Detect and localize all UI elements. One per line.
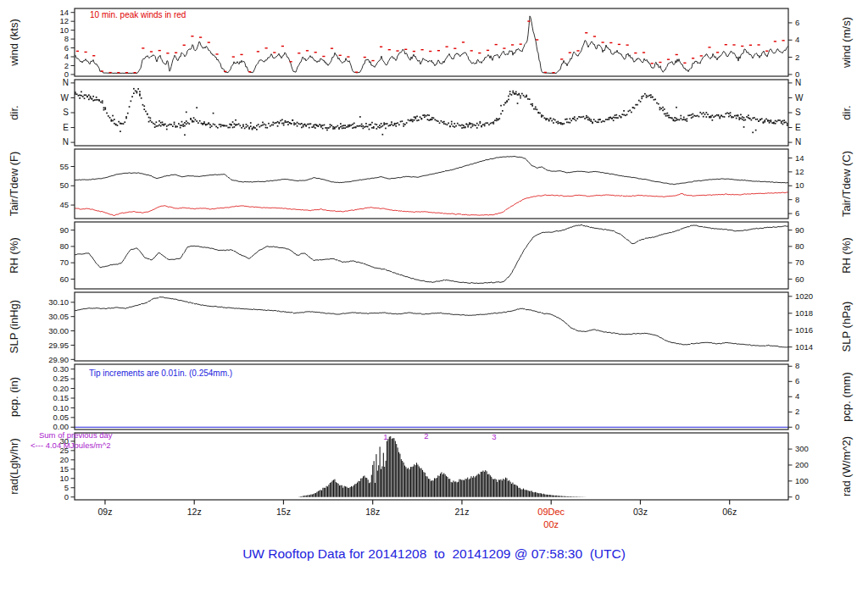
series-wind-direction-dot bbox=[422, 114, 424, 116]
x-tick-label: 03z bbox=[633, 507, 648, 517]
series-wind-direction-dot bbox=[283, 123, 285, 125]
series-wind-direction-dot bbox=[334, 127, 336, 129]
series-solar-radiation-bar bbox=[402, 461, 403, 497]
series-solar-radiation-bar bbox=[360, 479, 361, 497]
series-wind-direction-dot bbox=[242, 125, 244, 127]
series-solar-radiation-bar bbox=[576, 496, 576, 497]
series-solar-radiation-bar bbox=[497, 482, 498, 497]
series-solar-radiation-bar bbox=[342, 488, 343, 497]
series-wind-direction-dot bbox=[103, 109, 105, 111]
series-wind-direction-dot bbox=[135, 90, 136, 91]
series-peak-wind-mark bbox=[208, 42, 210, 42]
series-solar-radiation-bar bbox=[396, 444, 397, 497]
series-wind-direction-dot bbox=[566, 119, 568, 120]
series-wind-direction-dot bbox=[151, 121, 153, 123]
series-solar-radiation-bar bbox=[518, 488, 519, 497]
series-wind-direction-dot bbox=[92, 98, 93, 100]
series-solar-radiation-bar bbox=[488, 474, 489, 496]
series-wind-direction-dot bbox=[736, 118, 737, 119]
series-wind-direction-dot bbox=[640, 101, 642, 103]
series-peak-wind-mark bbox=[331, 47, 333, 48]
series-wind-direction-dot bbox=[190, 118, 192, 119]
series-wind-direction-dot bbox=[353, 123, 355, 125]
series-wind-direction-dot bbox=[724, 116, 726, 118]
series-peak-wind-mark bbox=[634, 53, 637, 53]
series-wind-direction-dot bbox=[531, 103, 533, 105]
series-wind-direction-dot bbox=[439, 122, 441, 124]
x-tick-label: 18z bbox=[365, 507, 380, 517]
series-solar-radiation-bar bbox=[340, 485, 341, 497]
series-wind-direction-dot bbox=[316, 125, 318, 126]
left-tick-label-slp: 30.10 bbox=[48, 297, 69, 307]
series-wind-direction-dot bbox=[136, 91, 138, 92]
series-wind-direction-dot bbox=[460, 125, 462, 127]
right-tick-label-rh: 80 bbox=[795, 241, 804, 251]
series-peak-wind-mark bbox=[166, 53, 169, 53]
series-wind-direction-dot bbox=[526, 95, 527, 97]
series-wind-direction-dot bbox=[291, 123, 292, 125]
series-wind-direction-dot bbox=[509, 91, 511, 92]
series-wind-direction-dot bbox=[757, 119, 759, 120]
series-wind-direction-dot bbox=[539, 113, 541, 114]
series-wind-direction-dot bbox=[397, 122, 398, 124]
series-wind-direction-dot bbox=[246, 124, 248, 125]
series-solar-radiation-bar bbox=[320, 490, 321, 496]
series-wind-direction-dot bbox=[674, 120, 676, 122]
series-wind-direction-dot bbox=[664, 114, 665, 115]
series-wind-direction-dot bbox=[431, 117, 433, 119]
series-wind-direction-dot bbox=[310, 123, 312, 125]
series-wind-direction-dot bbox=[350, 125, 352, 126]
series-peak-wind-mark bbox=[101, 70, 103, 71]
series-wind-direction-dot bbox=[598, 119, 599, 121]
series-wind-direction-dot bbox=[730, 112, 732, 114]
series-wind-direction-dot bbox=[404, 124, 406, 125]
series-wind-direction-dot bbox=[525, 97, 526, 98]
series-solar-radiation-bar bbox=[425, 473, 426, 497]
series-wind-direction-dot bbox=[734, 115, 736, 117]
right-tick-label-pcp: 8 bbox=[795, 361, 799, 370]
series-peak-wind-mark bbox=[576, 50, 579, 51]
series-wind-direction-dot bbox=[203, 123, 205, 125]
series-wind-direction-dot bbox=[355, 127, 357, 129]
series-wind-direction-dot bbox=[181, 121, 183, 123]
series-wind-direction-dot bbox=[712, 114, 714, 116]
series-wind-direction-dot bbox=[683, 119, 685, 120]
annotation-rad: <--- 4.04 MJoules/m^2 bbox=[31, 441, 110, 450]
series-solar-radiation-bar bbox=[559, 496, 560, 496]
right-tick-label-dir: E bbox=[795, 123, 801, 132]
series-wind-direction-dot bbox=[457, 123, 459, 125]
series-wind-direction-dot bbox=[775, 123, 776, 125]
series-solar-radiation-bar bbox=[502, 480, 503, 496]
series-wind-direction-dot bbox=[677, 119, 679, 120]
series-wind-direction-dot bbox=[476, 123, 478, 125]
series-wind-direction-dot bbox=[112, 120, 114, 122]
right-tick-label-wind: 6 bbox=[795, 18, 799, 27]
series-wind-direction-dot bbox=[463, 125, 465, 126]
series-wind-direction-dot bbox=[650, 94, 652, 96]
series-wind-direction-dot bbox=[737, 114, 739, 116]
series-wind-direction-dot bbox=[574, 116, 576, 118]
series-wind-direction-dot bbox=[488, 124, 490, 125]
series-wind-direction-dot bbox=[253, 126, 255, 128]
series-wind-direction-dot bbox=[478, 125, 480, 126]
series-wind-direction-dot bbox=[100, 102, 102, 103]
series-wind-direction-dot bbox=[285, 121, 287, 123]
series-wind-direction-dot bbox=[246, 126, 248, 128]
series-solar-radiation-bar bbox=[325, 488, 326, 497]
series-peak-wind-mark bbox=[643, 52, 645, 53]
series-wind-direction-dot bbox=[613, 119, 615, 121]
series-wind-direction-dot bbox=[343, 125, 345, 126]
series-wind-direction-dot bbox=[370, 125, 371, 126]
series-solar-radiation-bar bbox=[336, 482, 337, 497]
series-wind-direction-dot bbox=[182, 125, 184, 127]
series-wind-direction-dot bbox=[142, 104, 144, 106]
series-wind-direction-dot bbox=[195, 119, 197, 121]
series-solar-radiation-bar bbox=[352, 487, 353, 497]
series-wind-direction-dot bbox=[480, 122, 481, 124]
series-wind-direction-dot bbox=[303, 126, 304, 128]
series-wind-direction-dot bbox=[455, 125, 457, 127]
series-solar-radiation-bar bbox=[546, 495, 547, 497]
series-solar-radiation-bar bbox=[547, 495, 548, 497]
series-wind-direction-dot bbox=[409, 120, 410, 122]
right-axis-title-temp: Tair/Tdew (C) bbox=[840, 151, 853, 217]
